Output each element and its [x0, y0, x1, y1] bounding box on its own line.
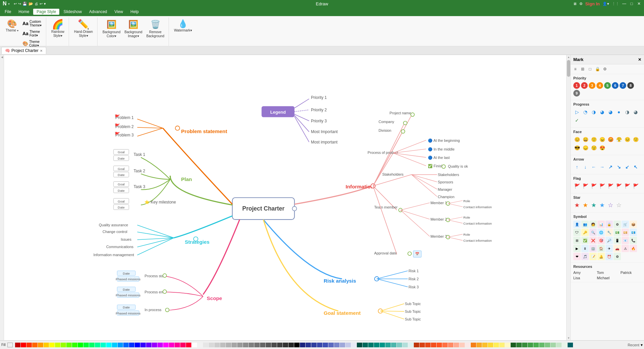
sym-settings[interactable]: ⚙: [614, 253, 621, 260]
color-swatch[interactable]: [106, 343, 112, 347]
color-swatch[interactable]: [32, 343, 38, 347]
color-swatch[interactable]: [288, 343, 294, 347]
face-love[interactable]: 😍: [598, 144, 606, 152]
color-swatch[interactable]: [180, 343, 186, 347]
center-node[interactable]: Project Charter: [242, 205, 284, 212]
color-swatch[interactable]: [471, 343, 476, 347]
sym-car[interactable]: 🚗: [614, 245, 621, 252]
color-swatch[interactable]: [420, 343, 425, 347]
sym-tool[interactable]: 🔧: [605, 229, 613, 236]
color-swatch[interactable]: [368, 343, 374, 347]
menu-file[interactable]: File: [1, 9, 14, 15]
color-swatch[interactable]: [55, 343, 60, 347]
color-swatch[interactable]: [391, 343, 396, 347]
panel-settings-btn[interactable]: ⚙: [601, 66, 608, 72]
face-smile[interactable]: 🙂: [590, 136, 597, 143]
arrow-up[interactable]: ↑: [573, 163, 581, 171]
color-swatch[interactable]: [345, 343, 351, 347]
menu-view[interactable]: View: [111, 9, 126, 15]
ribbon-btn-handdrawn[interactable]: ✏️ Hand-DrawnStyle▾: [72, 19, 94, 39]
sym-lock[interactable]: 🔒: [605, 221, 613, 228]
color-swatch[interactable]: [556, 343, 562, 347]
sym-check[interactable]: ✅: [581, 237, 589, 244]
priority-8[interactable]: 8: [627, 82, 634, 89]
progress-6[interactable]: ◑: [624, 108, 631, 116]
color-swatch[interactable]: [260, 343, 265, 347]
color-swatch[interactable]: [402, 343, 408, 347]
sym-note[interactable]: 📝: [589, 253, 597, 260]
color-swatch[interactable]: [494, 343, 499, 347]
color-swatch[interactable]: [123, 343, 129, 347]
color-swatch[interactable]: [101, 343, 106, 347]
color-swatch[interactable]: [357, 343, 362, 347]
ribbon-btn-custom-theme[interactable]: Aa CustomTheme▾: [21, 19, 43, 28]
face-steam[interactable]: 😤: [615, 136, 623, 143]
color-swatch[interactable]: [374, 343, 379, 347]
color-swatch[interactable]: [465, 343, 470, 347]
sym-euro[interactable]: 💶: [630, 229, 637, 236]
flag-teal[interactable]: 🚩: [607, 182, 614, 190]
menu-page-style[interactable]: Page Style: [33, 9, 59, 15]
sym-table[interactable]: ⊞: [573, 237, 581, 244]
color-swatch[interactable]: [551, 343, 556, 347]
color-swatch[interactable]: [425, 343, 431, 347]
color-swatch[interactable]: [192, 343, 197, 347]
color-swatch[interactable]: [363, 343, 368, 347]
color-swatch[interactable]: [49, 343, 55, 347]
color-swatch[interactable]: [334, 343, 339, 347]
flag-red[interactable]: 🚩: [573, 182, 581, 190]
color-swatch[interactable]: [499, 343, 505, 347]
color-swatch[interactable]: [197, 343, 203, 347]
face-worried[interactable]: 😟: [590, 144, 597, 152]
color-swatch[interactable]: [152, 343, 157, 347]
flag-green[interactable]: 🚩: [598, 182, 606, 190]
ribbon-btn-remove-bg[interactable]: 🗑️ RemoveBackground: [145, 19, 166, 39]
star-red[interactable]: ★: [573, 201, 581, 209]
color-swatch[interactable]: [243, 343, 248, 347]
tab-close-btn[interactable]: ✕: [40, 49, 43, 53]
color-swatch[interactable]: [476, 343, 482, 347]
color-swatch[interactable]: [568, 343, 573, 347]
panel-list-view-btn[interactable]: ≡: [572, 66, 579, 72]
minimize-btn[interactable]: —: [622, 1, 627, 6]
sym-mail[interactable]: 📧: [622, 237, 629, 244]
color-swatch[interactable]: [44, 343, 49, 347]
face-happy[interactable]: 😊: [573, 136, 581, 143]
flag-orange[interactable]: 🚩: [582, 182, 589, 190]
panel-window-btn[interactable]: □: [587, 66, 593, 72]
priority-4[interactable]: 4: [596, 82, 603, 89]
color-swatch[interactable]: [38, 343, 43, 347]
progress-5[interactable]: ●: [615, 108, 623, 116]
tab-project-charter[interactable]: 🧠 Project Charter ✕: [1, 47, 46, 54]
sym-gear[interactable]: ⚙: [614, 221, 621, 228]
color-swatch[interactable]: [112, 343, 117, 347]
star-orange[interactable]: ★: [582, 201, 589, 209]
sym-dollar[interactable]: 💵: [614, 229, 621, 236]
color-swatch[interactable]: [516, 343, 522, 347]
flag-gray[interactable]: 🚩: [632, 182, 639, 190]
star-outline-gray[interactable]: ☆: [615, 201, 623, 209]
color-swatch[interactable]: [283, 343, 288, 347]
sym-time[interactable]: ⏰: [605, 253, 613, 260]
color-swatch[interactable]: [340, 343, 345, 347]
priority-1[interactable]: 1: [573, 82, 580, 89]
ribbon-btn-theme[interactable]: 🎨 Theme ▾: [4, 19, 20, 34]
ribbon-btn-watermark[interactable]: 💧 Watermark▾: [172, 19, 194, 34]
face-angry[interactable]: 😠: [598, 136, 606, 143]
color-swatch[interactable]: [385, 343, 391, 347]
arrow-ur[interactable]: ↘: [615, 163, 623, 171]
sym-find[interactable]: 🔎: [605, 237, 613, 244]
color-swatch[interactable]: [140, 343, 146, 347]
color-swatch[interactable]: [442, 343, 448, 347]
resource-michael[interactable]: Michael: [597, 276, 618, 280]
sym-call[interactable]: 📞: [630, 237, 637, 244]
color-swatch[interactable]: [214, 343, 220, 347]
progress-4[interactable]: ◕: [607, 108, 614, 116]
color-swatch[interactable]: [66, 343, 72, 347]
color-swatch[interactable]: [89, 343, 94, 347]
color-swatch[interactable]: [528, 343, 533, 347]
progress-3[interactable]: ◕: [598, 108, 606, 116]
progress-check[interactable]: ✓: [573, 117, 581, 124]
color-swatch[interactable]: [522, 343, 527, 347]
progress-0[interactable]: ▷: [573, 108, 581, 116]
